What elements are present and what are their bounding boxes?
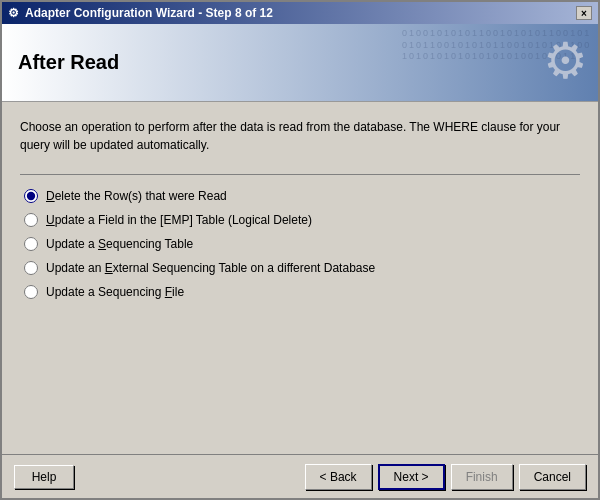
option-3-label: Update a Sequencing Table — [46, 237, 193, 251]
app-icon: ⚙ — [8, 6, 19, 20]
title-bar: ⚙ Adapter Configuration Wizard - Step 8 … — [2, 2, 598, 24]
option-4[interactable]: Update an External Sequencing Table on a… — [24, 261, 580, 275]
radio-option-2[interactable] — [24, 213, 38, 227]
option-5[interactable]: Update a Sequencing File — [24, 285, 580, 299]
cancel-button[interactable]: Cancel — [519, 464, 586, 490]
main-content: Choose an operation to perform after the… — [2, 102, 598, 454]
title-bar-left: ⚙ Adapter Configuration Wizard - Step 8 … — [8, 6, 273, 20]
footer-right: < Back Next > Finish Cancel — [305, 464, 586, 490]
footer-left: Help — [14, 465, 74, 489]
option-5-label: Update a Sequencing File — [46, 285, 184, 299]
wizard-window: ⚙ Adapter Configuration Wizard - Step 8 … — [0, 0, 600, 500]
header-graphic: 0100101010110010101011001010101100101010… — [398, 24, 598, 102]
option-1[interactable]: Delete the Row(s) that were Read — [24, 189, 580, 203]
header-band: After Read 01001010101100101010110010101… — [2, 24, 598, 102]
radio-option-3[interactable] — [24, 237, 38, 251]
finish-button[interactable]: Finish — [451, 464, 513, 490]
option-1-label: Delete the Row(s) that were Read — [46, 189, 227, 203]
back-button[interactable]: < Back — [305, 464, 372, 490]
window-title: Adapter Configuration Wizard - Step 8 of… — [25, 6, 273, 20]
option-3[interactable]: Update a Sequencing Table — [24, 237, 580, 251]
description-text: Choose an operation to perform after the… — [20, 118, 580, 154]
radio-option-1[interactable] — [24, 189, 38, 203]
radio-option-4[interactable] — [24, 261, 38, 275]
option-4-label: Update an External Sequencing Table on a… — [46, 261, 375, 275]
option-2[interactable]: Update a Field in the [EMP] Table (Logic… — [24, 213, 580, 227]
gear-icon: ⚙ — [543, 32, 588, 90]
radio-option-5[interactable] — [24, 285, 38, 299]
help-button[interactable]: Help — [14, 465, 74, 489]
options-list: Delete the Row(s) that were Read Update … — [24, 189, 580, 299]
page-title: After Read — [18, 51, 119, 74]
option-2-label: Update a Field in the [EMP] Table (Logic… — [46, 213, 312, 227]
next-button[interactable]: Next > — [378, 464, 445, 490]
close-button[interactable]: × — [576, 6, 592, 20]
footer: Help < Back Next > Finish Cancel — [2, 454, 598, 498]
separator — [20, 174, 580, 175]
